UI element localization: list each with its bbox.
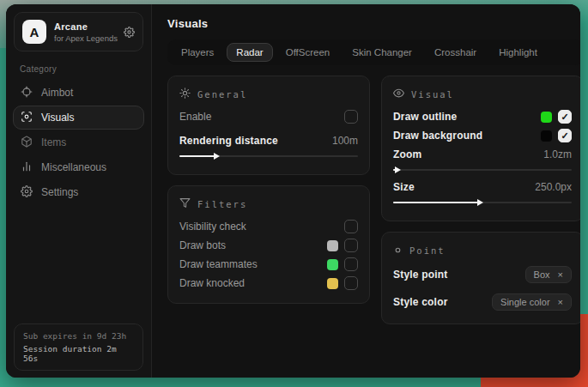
draw-teammates-color-swatch[interactable] xyxy=(327,259,338,270)
sidebar-item-label: Aimbot xyxy=(41,87,73,99)
tab-offscreen[interactable]: OffScreen xyxy=(276,43,340,62)
style-color-select[interactable]: Single color × xyxy=(492,293,572,311)
tab-crosshair[interactable]: Crosshair xyxy=(425,43,486,62)
app-logo: A xyxy=(22,20,46,44)
zoom-slider[interactable] xyxy=(393,166,572,174)
size-row: Size 250.0px xyxy=(393,178,572,197)
close-icon[interactable]: × xyxy=(558,270,563,280)
style-point-row: Style point Box × xyxy=(393,263,572,286)
draw-outline-color-swatch[interactable] xyxy=(541,112,552,123)
card-title: Filters xyxy=(197,199,247,209)
zoom-row: Zoom 1.0zm xyxy=(393,145,572,164)
sun-icon xyxy=(179,87,191,102)
style-color-label: Style color xyxy=(393,296,492,308)
slider-track xyxy=(393,169,572,171)
style-color-value: Single color xyxy=(500,297,549,307)
visibility-check-label: Visibility check xyxy=(179,221,344,233)
general-card: General Enable Rendering distance 100m xyxy=(167,76,370,175)
eye-icon xyxy=(393,87,404,102)
enable-checkbox[interactable] xyxy=(344,110,358,124)
general-card-header: General xyxy=(179,87,358,102)
funnel-icon xyxy=(179,197,191,212)
tab-bar: Players Radar OffScreen Skin Changer Cro… xyxy=(167,39,580,65)
size-slider[interactable] xyxy=(393,198,572,207)
point-card-header: Point xyxy=(393,243,572,258)
visual-card: Visual Draw outline ✓ Draw background xyxy=(381,76,580,221)
filters-card-header: Filters xyxy=(179,197,358,212)
gear-icon xyxy=(21,185,33,200)
draw-background-checkbox[interactable]: ✓ xyxy=(558,129,572,142)
enable-label: Enable xyxy=(179,111,344,123)
draw-outline-row: Draw outline ✓ xyxy=(393,107,572,126)
card-title: General xyxy=(197,89,247,100)
rendering-distance-value: 100m xyxy=(332,135,358,147)
slider-fill xyxy=(393,202,479,203)
draw-background-label: Draw background xyxy=(393,130,541,142)
sidebar: A Arcane for Apex Legends Category Aimbo… xyxy=(6,4,152,378)
subscription-info: Sub expires in 9d 23h Session duration 2… xyxy=(14,324,143,371)
tab-radar[interactable]: Radar xyxy=(227,43,272,62)
right-column: Visual Draw outline ✓ Draw background xyxy=(381,76,580,324)
rendering-distance-label: Rendering distance xyxy=(179,135,332,147)
slider-handle[interactable] xyxy=(214,153,220,160)
sub-expires-text: Sub expires in 9d 23h xyxy=(23,331,134,341)
draw-knocked-row: Draw knocked xyxy=(179,274,358,293)
slider-handle[interactable] xyxy=(395,166,401,173)
draw-background-color-swatch[interactable] xyxy=(541,130,552,142)
visual-card-header: Visual xyxy=(393,87,572,102)
sidebar-item-aimbot[interactable]: Aimbot xyxy=(13,81,144,105)
app-title: Arcane xyxy=(54,21,116,32)
visibility-check-checkbox[interactable] xyxy=(344,220,358,233)
tab-highlight[interactable]: Highlight xyxy=(489,43,547,62)
settings-gear-icon[interactable] xyxy=(124,27,135,38)
visibility-check-row: Visibility check xyxy=(179,217,358,236)
draw-background-row: Draw background ✓ xyxy=(393,126,572,145)
filters-card: Filters Visibility check Draw bots xyxy=(167,185,370,304)
slider-fill xyxy=(179,155,215,157)
draw-knocked-label: Draw knocked xyxy=(179,277,327,289)
slider-handle[interactable] xyxy=(477,199,483,206)
size-label: Size xyxy=(393,181,535,193)
draw-bots-checkbox[interactable] xyxy=(344,239,358,252)
app-subtitle: for Apex Legends xyxy=(54,33,116,43)
app-window: A Arcane for Apex Legends Category Aimbo… xyxy=(6,4,580,378)
sidebar-item-label: Items xyxy=(41,136,66,148)
draw-knocked-checkbox[interactable] xyxy=(344,276,358,290)
sidebar-item-miscellaneous[interactable]: Miscellaneous xyxy=(13,155,144,179)
draw-teammates-row: Draw teammates xyxy=(179,255,358,274)
dot-icon xyxy=(393,243,403,258)
sidebar-item-label: Visuals xyxy=(41,112,74,124)
tab-skin-changer[interactable]: Skin Changer xyxy=(342,43,421,62)
draw-bots-row: Draw bots xyxy=(179,236,358,255)
sidebar-item-items[interactable]: Items xyxy=(13,130,144,154)
enable-row: Enable xyxy=(179,107,358,126)
sidebar-nav: Aimbot Visuals Items Miscellaneous xyxy=(6,81,151,204)
draw-teammates-checkbox[interactable] xyxy=(344,257,358,271)
settings-columns: General Enable Rendering distance 100m xyxy=(167,76,580,324)
left-column: General Enable Rendering distance 100m xyxy=(167,76,370,304)
draw-bots-color-swatch[interactable] xyxy=(327,240,338,251)
zoom-label: Zoom xyxy=(393,148,543,160)
draw-outline-checkbox[interactable]: ✓ xyxy=(558,110,572,124)
package-icon xyxy=(21,136,33,150)
tab-players[interactable]: Players xyxy=(172,43,223,62)
draw-bots-label: Draw bots xyxy=(179,239,327,251)
draw-teammates-label: Draw teammates xyxy=(179,258,327,270)
draw-knocked-color-swatch[interactable] xyxy=(327,278,338,289)
style-point-select[interactable]: Box × xyxy=(525,266,572,283)
sidebar-item-settings[interactable]: Settings xyxy=(13,180,144,204)
style-point-value: Box xyxy=(534,269,550,280)
close-icon[interactable]: × xyxy=(558,298,563,307)
session-duration-text: Session duration 2m 56s xyxy=(23,344,134,363)
main-content: Visuals Players Radar OffScreen Skin Cha… xyxy=(152,4,580,378)
sidebar-item-visuals[interactable]: Visuals xyxy=(13,106,144,130)
style-color-row: Style color Single color × xyxy=(393,291,572,313)
card-title: Visual xyxy=(411,89,454,100)
brand-text: Arcane for Apex Legends xyxy=(54,21,116,43)
card-title: Point xyxy=(409,245,446,256)
brand-header: A Arcane for Apex Legends xyxy=(14,12,143,51)
rendering-distance-row: Rendering distance 100m xyxy=(179,131,358,150)
style-point-label: Style point xyxy=(393,269,525,281)
rendering-distance-slider[interactable] xyxy=(179,152,358,160)
sidebar-item-label: Settings xyxy=(41,186,78,198)
